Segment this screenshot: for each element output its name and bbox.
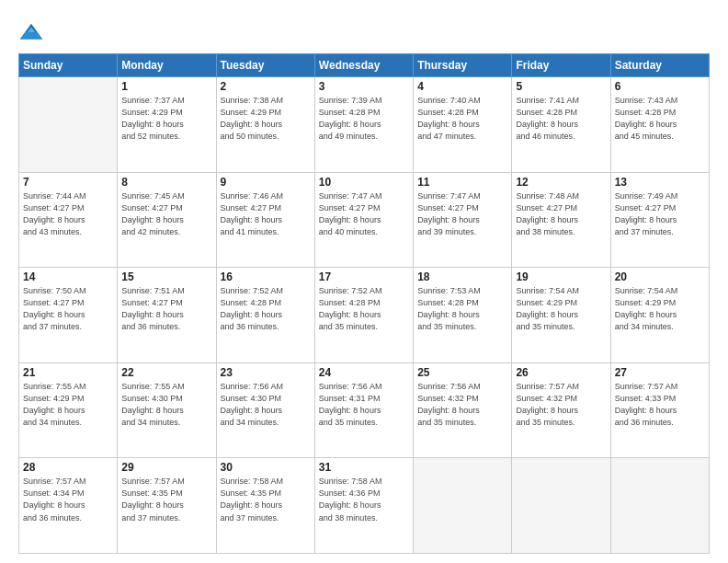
day-cell: 1Sunrise: 7:37 AMSunset: 4:29 PMDaylight… bbox=[118, 77, 216, 173]
logo bbox=[18, 20, 48, 46]
day-cell: 22Sunrise: 7:55 AMSunset: 4:30 PMDayligh… bbox=[118, 362, 216, 458]
day-number: 4 bbox=[417, 80, 507, 93]
day-info: Sunrise: 7:46 AMSunset: 4:27 PMDaylight:… bbox=[221, 190, 311, 238]
day-info: Sunrise: 7:40 AMSunset: 4:28 PMDaylight:… bbox=[417, 95, 507, 143]
day-info: Sunrise: 7:45 AMSunset: 4:27 PMDaylight:… bbox=[121, 190, 211, 238]
day-number: 5 bbox=[516, 80, 606, 93]
day-number: 7 bbox=[23, 176, 113, 189]
week-row-1: 1Sunrise: 7:37 AMSunset: 4:29 PMDaylight… bbox=[19, 77, 710, 173]
day-number: 20 bbox=[615, 270, 705, 283]
day-cell: 9Sunrise: 7:46 AMSunset: 4:27 PMDaylight… bbox=[216, 172, 314, 268]
day-cell: 10Sunrise: 7:47 AMSunset: 4:27 PMDayligh… bbox=[314, 172, 413, 268]
day-info: Sunrise: 7:57 AMSunset: 4:35 PMDaylight:… bbox=[121, 476, 211, 523]
day-info: Sunrise: 7:43 AMSunset: 4:28 PMDaylight:… bbox=[615, 95, 705, 143]
day-number: 11 bbox=[417, 176, 507, 189]
day-cell: 7Sunrise: 7:44 AMSunset: 4:27 PMDaylight… bbox=[19, 172, 118, 268]
day-number: 27 bbox=[615, 366, 705, 379]
day-number: 6 bbox=[615, 80, 705, 93]
page: SundayMondayTuesdayWednesdayThursdayFrid… bbox=[0, 0, 728, 563]
day-number: 28 bbox=[23, 461, 113, 474]
day-cell: 6Sunrise: 7:43 AMSunset: 4:28 PMDaylight… bbox=[610, 77, 709, 173]
day-cell: 8Sunrise: 7:45 AMSunset: 4:27 PMDaylight… bbox=[118, 172, 216, 268]
day-info: Sunrise: 7:47 AMSunset: 4:27 PMDaylight:… bbox=[319, 190, 409, 238]
day-info: Sunrise: 7:53 AMSunset: 4:28 PMDaylight:… bbox=[417, 285, 507, 333]
day-info: Sunrise: 7:57 AMSunset: 4:32 PMDaylight:… bbox=[516, 381, 606, 429]
day-number: 8 bbox=[121, 176, 211, 189]
day-number: 9 bbox=[221, 176, 311, 189]
day-number: 12 bbox=[516, 176, 606, 189]
day-info: Sunrise: 7:54 AMSunset: 4:29 PMDaylight:… bbox=[615, 285, 705, 333]
day-cell: 14Sunrise: 7:50 AMSunset: 4:27 PMDayligh… bbox=[19, 268, 118, 363]
day-number: 30 bbox=[221, 461, 311, 474]
day-number: 31 bbox=[319, 461, 409, 474]
day-cell: 16Sunrise: 7:52 AMSunset: 4:28 PMDayligh… bbox=[216, 268, 314, 363]
day-cell: 29Sunrise: 7:57 AMSunset: 4:35 PMDayligh… bbox=[118, 458, 216, 554]
day-cell: 17Sunrise: 7:52 AMSunset: 4:28 PMDayligh… bbox=[314, 268, 413, 363]
day-cell: 31Sunrise: 7:58 AMSunset: 4:36 PMDayligh… bbox=[314, 458, 413, 554]
col-header-saturday: Saturday bbox=[610, 54, 709, 77]
day-info: Sunrise: 7:41 AMSunset: 4:28 PMDaylight:… bbox=[516, 95, 606, 143]
day-cell: 2Sunrise: 7:38 AMSunset: 4:29 PMDaylight… bbox=[216, 77, 314, 173]
day-number: 19 bbox=[516, 270, 606, 283]
day-cell bbox=[512, 458, 610, 554]
day-cell: 3Sunrise: 7:39 AMSunset: 4:28 PMDaylight… bbox=[314, 77, 413, 173]
day-cell: 26Sunrise: 7:57 AMSunset: 4:32 PMDayligh… bbox=[512, 362, 610, 458]
day-info: Sunrise: 7:52 AMSunset: 4:28 PMDaylight:… bbox=[221, 285, 311, 333]
day-cell: 20Sunrise: 7:54 AMSunset: 4:29 PMDayligh… bbox=[610, 268, 709, 363]
day-cell: 23Sunrise: 7:56 AMSunset: 4:30 PMDayligh… bbox=[216, 362, 314, 458]
day-number: 15 bbox=[121, 270, 211, 283]
week-row-3: 14Sunrise: 7:50 AMSunset: 4:27 PMDayligh… bbox=[19, 268, 710, 363]
day-number: 25 bbox=[417, 366, 507, 379]
day-number: 14 bbox=[23, 270, 113, 283]
day-info: Sunrise: 7:57 AMSunset: 4:33 PMDaylight:… bbox=[615, 381, 705, 429]
day-cell: 28Sunrise: 7:57 AMSunset: 4:34 PMDayligh… bbox=[19, 458, 118, 554]
day-info: Sunrise: 7:58 AMSunset: 4:35 PMDaylight:… bbox=[221, 476, 311, 523]
day-number: 21 bbox=[23, 366, 113, 379]
day-number: 18 bbox=[417, 270, 507, 283]
day-number: 24 bbox=[319, 366, 409, 379]
day-info: Sunrise: 7:52 AMSunset: 4:28 PMDaylight:… bbox=[319, 285, 409, 333]
week-row-5: 28Sunrise: 7:57 AMSunset: 4:34 PMDayligh… bbox=[19, 458, 710, 554]
day-info: Sunrise: 7:44 AMSunset: 4:27 PMDaylight:… bbox=[23, 190, 113, 238]
svg-marker-2 bbox=[20, 32, 42, 39]
day-number: 29 bbox=[121, 461, 211, 474]
day-info: Sunrise: 7:48 AMSunset: 4:27 PMDaylight:… bbox=[516, 190, 606, 238]
day-number: 2 bbox=[221, 80, 311, 93]
day-info: Sunrise: 7:56 AMSunset: 4:31 PMDaylight:… bbox=[319, 381, 409, 429]
col-header-friday: Friday bbox=[512, 54, 610, 77]
day-info: Sunrise: 7:37 AMSunset: 4:29 PMDaylight:… bbox=[121, 95, 211, 143]
day-cell bbox=[610, 458, 709, 554]
day-number: 13 bbox=[615, 176, 705, 189]
col-header-tuesday: Tuesday bbox=[216, 54, 314, 77]
day-info: Sunrise: 7:38 AMSunset: 4:29 PMDaylight:… bbox=[221, 95, 311, 143]
day-number: 22 bbox=[121, 366, 211, 379]
day-cell: 24Sunrise: 7:56 AMSunset: 4:31 PMDayligh… bbox=[314, 362, 413, 458]
header-row: SundayMondayTuesdayWednesdayThursdayFrid… bbox=[19, 54, 710, 77]
day-info: Sunrise: 7:58 AMSunset: 4:36 PMDaylight:… bbox=[319, 476, 409, 523]
week-row-2: 7Sunrise: 7:44 AMSunset: 4:27 PMDaylight… bbox=[19, 172, 710, 268]
day-info: Sunrise: 7:56 AMSunset: 4:32 PMDaylight:… bbox=[417, 381, 507, 429]
logo-icon bbox=[18, 20, 44, 46]
day-info: Sunrise: 7:39 AMSunset: 4:28 PMDaylight:… bbox=[319, 95, 409, 143]
day-info: Sunrise: 7:55 AMSunset: 4:29 PMDaylight:… bbox=[23, 381, 113, 429]
col-header-thursday: Thursday bbox=[414, 54, 512, 77]
day-cell bbox=[19, 77, 118, 173]
day-cell: 15Sunrise: 7:51 AMSunset: 4:27 PMDayligh… bbox=[118, 268, 216, 363]
day-cell: 27Sunrise: 7:57 AMSunset: 4:33 PMDayligh… bbox=[610, 362, 709, 458]
day-info: Sunrise: 7:54 AMSunset: 4:29 PMDaylight:… bbox=[516, 285, 606, 333]
day-info: Sunrise: 7:55 AMSunset: 4:30 PMDaylight:… bbox=[121, 381, 211, 429]
day-number: 17 bbox=[319, 270, 409, 283]
day-cell bbox=[414, 458, 512, 554]
day-cell: 19Sunrise: 7:54 AMSunset: 4:29 PMDayligh… bbox=[512, 268, 610, 363]
calendar-table: SundayMondayTuesdayWednesdayThursdayFrid… bbox=[18, 53, 710, 554]
day-number: 10 bbox=[319, 176, 409, 189]
day-info: Sunrise: 7:50 AMSunset: 4:27 PMDaylight:… bbox=[23, 285, 113, 333]
week-row-4: 21Sunrise: 7:55 AMSunset: 4:29 PMDayligh… bbox=[19, 362, 710, 458]
day-info: Sunrise: 7:49 AMSunset: 4:27 PMDaylight:… bbox=[615, 190, 705, 238]
day-number: 3 bbox=[319, 80, 409, 93]
col-header-sunday: Sunday bbox=[19, 54, 118, 77]
day-cell: 25Sunrise: 7:56 AMSunset: 4:32 PMDayligh… bbox=[414, 362, 512, 458]
day-number: 16 bbox=[221, 270, 311, 283]
col-header-wednesday: Wednesday bbox=[314, 54, 413, 77]
day-info: Sunrise: 7:57 AMSunset: 4:34 PMDaylight:… bbox=[23, 476, 113, 523]
